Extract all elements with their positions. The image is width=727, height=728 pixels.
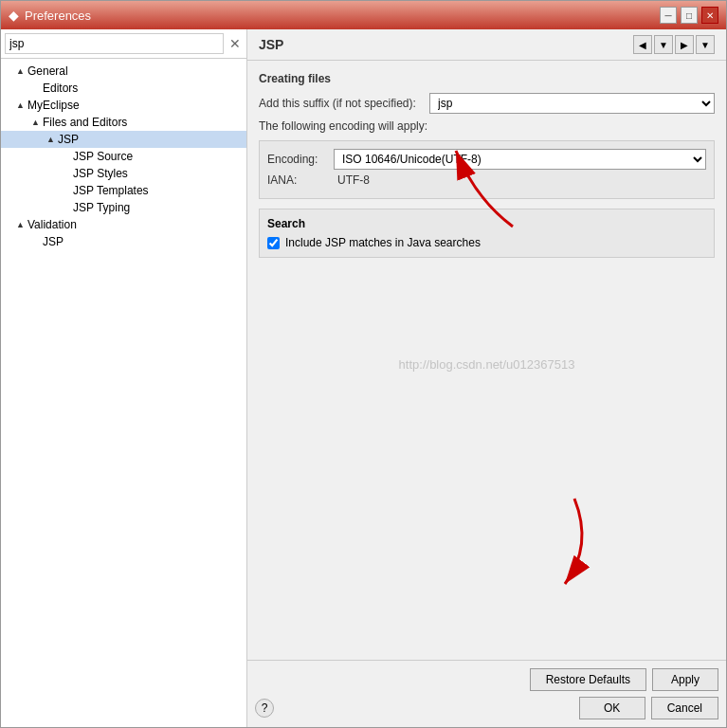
nav-dropdown[interactable]: ▼ (654, 35, 673, 54)
iana-value: UTF-8 (334, 173, 370, 187)
search-section: Search Include JSP matches in Java searc… (259, 209, 715, 258)
tree-item-general[interactable]: ▲ General (1, 63, 246, 80)
footer-bottom: ? OK Cancel (255, 697, 718, 719)
encoding-section: Encoding: ISO 10646/Unicode(UTF-8) UTF-8… (259, 140, 715, 199)
toggle-files-editors: ▲ (31, 118, 43, 127)
watermark: http://blog.csdn.net/u012367513 (399, 357, 575, 372)
include-jsp-checkbox[interactable] (267, 237, 280, 249)
suffix-dropdown[interactable]: jsp jspx (429, 93, 715, 114)
tree-label-jsp-typing: JSP Typing (73, 201, 130, 214)
tree: ▲ General Editors ▲ MyEclipse ▲ Files an… (1, 59, 246, 727)
tree-label-jsp-styles: JSP Styles (73, 167, 128, 180)
iana-row: IANA: UTF-8 (267, 173, 706, 187)
encoding-dropdown[interactable]: ISO 10646/Unicode(UTF-8) UTF-8 ISO-8859-… (334, 149, 706, 170)
tree-label-jsp: JSP (58, 133, 79, 146)
help-button[interactable]: ? (255, 699, 274, 718)
nav-arrows: ◀ ▼ ▶ ▼ (633, 35, 715, 54)
title-bar: ◆ Preferences ─ □ ✕ (1, 1, 726, 29)
tree-label-validation: Validation (27, 218, 77, 231)
panel-body: Creating files Add this suffix (if not s… (247, 61, 726, 660)
panel-header: JSP ◀ ▼ ▶ ▼ (247, 29, 726, 61)
creating-files-title: Creating files (259, 72, 715, 85)
tree-item-jsp-styles[interactable]: JSP Styles (1, 165, 246, 182)
tree-label-validation-jsp: JSP (43, 235, 64, 248)
window-controls: ─ □ ✕ (660, 7, 718, 24)
sidebar: jsp ✕ ▲ General Editors ▲ MyEclipse ▲ (1, 29, 247, 727)
tree-label-general: General (27, 64, 68, 78)
close-button[interactable]: ✕ (701, 7, 718, 24)
tree-item-jsp-source[interactable]: JSP Source (1, 148, 246, 165)
encoding-label: Encoding: (267, 153, 334, 166)
suffix-label: Add this suffix (if not specified): (259, 97, 429, 110)
iana-label: IANA: (267, 173, 334, 187)
right-panel: JSP ◀ ▼ ▶ ▼ Creating files Add this suff… (247, 29, 726, 727)
window-title: Preferences (25, 9, 91, 23)
suffix-row: Add this suffix (if not specified): jsp … (259, 93, 715, 114)
main-content: jsp ✕ ▲ General Editors ▲ MyEclipse ▲ (1, 29, 726, 727)
footer-top: Restore Defaults Apply (255, 668, 718, 691)
back-arrow[interactable]: ◀ (633, 35, 652, 54)
restore-defaults-button[interactable]: Restore Defaults (530, 668, 646, 691)
search-input[interactable]: jsp (5, 33, 224, 54)
toggle-jsp: ▲ (46, 135, 58, 144)
nav-dropdown2[interactable]: ▼ (696, 35, 715, 54)
maximize-button[interactable]: □ (681, 7, 698, 24)
forward-arrow[interactable]: ▶ (675, 35, 694, 54)
cancel-button[interactable]: Cancel (651, 697, 718, 719)
tree-item-validation[interactable]: ▲ Validation (1, 216, 246, 233)
tree-label-files-and-editors: Files and Editors (43, 116, 127, 129)
ok-cancel-buttons: OK Cancel (579, 697, 718, 719)
tree-label-myeclipse: MyEclipse (27, 99, 80, 112)
arrow-annotation-down (518, 489, 612, 603)
preferences-window: ◆ Preferences ─ □ ✕ jsp ✕ ▲ General (0, 0, 727, 728)
tree-item-jsp[interactable]: ▲ JSP (1, 131, 246, 148)
toggle-validation: ▲ (16, 220, 27, 229)
tree-label-jsp-templates: JSP Templates (73, 184, 149, 197)
tree-label-jsp-source: JSP Source (73, 150, 133, 163)
tree-item-editors[interactable]: Editors (1, 80, 246, 97)
app-icon: ◆ (9, 8, 19, 23)
suffix-dropdown-wrapper: jsp jspx (429, 93, 715, 114)
toggle-myeclipse: ▲ (16, 100, 27, 110)
checkbox-row: Include JSP matches in Java searches (267, 236, 706, 249)
encoding-note: The following encoding will apply: (259, 119, 715, 133)
tree-item-validation-jsp[interactable]: JSP (1, 233, 246, 250)
tree-label-editors: Editors (43, 82, 78, 95)
tree-item-files-and-editors[interactable]: ▲ Files and Editors (1, 114, 246, 131)
checkbox-label: Include JSP matches in Java searches (285, 236, 481, 249)
search-section-title: Search (267, 217, 706, 230)
tree-item-jsp-templates[interactable]: JSP Templates (1, 182, 246, 199)
tree-item-jsp-typing[interactable]: JSP Typing (1, 199, 246, 216)
search-clear-icon[interactable]: ✕ (227, 36, 243, 51)
apply-button[interactable]: Apply (652, 668, 718, 691)
help-icon: ? (262, 701, 268, 715)
search-bar: jsp ✕ (1, 29, 246, 59)
panel-title: JSP (259, 37, 283, 52)
tree-item-myeclipse[interactable]: ▲ MyEclipse (1, 97, 246, 114)
ok-button[interactable]: OK (579, 697, 645, 719)
footer: Restore Defaults Apply ? OK Cancel (247, 660, 726, 727)
encoding-row: Encoding: ISO 10646/Unicode(UTF-8) UTF-8… (267, 149, 706, 170)
toggle-general: ▲ (16, 66, 27, 76)
minimize-button[interactable]: ─ (660, 7, 677, 24)
